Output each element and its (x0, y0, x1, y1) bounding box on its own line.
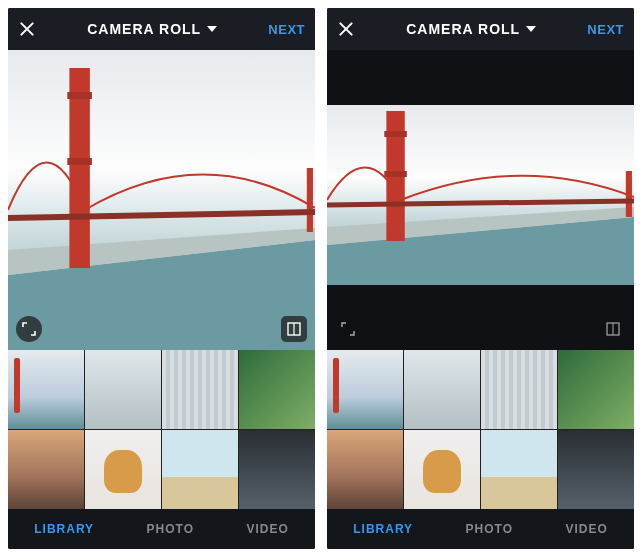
photo-preview[interactable] (327, 50, 634, 350)
chevron-down-icon (207, 26, 217, 32)
thumbnail[interactable] (162, 350, 238, 429)
bottom-tab-bar: LIBRARY PHOTO VIDEO (8, 509, 315, 549)
top-bar: CAMERA ROLL NEXT (327, 8, 634, 50)
svg-rect-13 (384, 171, 407, 177)
thumbnail-gallery (8, 350, 315, 509)
thumbnail[interactable] (239, 350, 315, 429)
tab-video[interactable]: VIDEO (565, 522, 607, 536)
tab-photo[interactable]: PHOTO (147, 522, 194, 536)
thumbnail[interactable] (162, 430, 238, 509)
close-icon[interactable] (337, 20, 355, 38)
bottom-tab-bar: LIBRARY PHOTO VIDEO (327, 509, 634, 549)
tab-library[interactable]: LIBRARY (34, 522, 94, 536)
svg-rect-4 (67, 158, 92, 165)
svg-rect-3 (67, 92, 92, 99)
expand-icon[interactable] (16, 316, 42, 342)
thumbnail[interactable] (558, 430, 634, 509)
svg-rect-12 (384, 131, 407, 137)
header-title: CAMERA ROLL (406, 21, 520, 37)
close-icon[interactable] (18, 20, 36, 38)
camera-roll-dropdown[interactable]: CAMERA ROLL (87, 21, 217, 37)
crop-toggle-icon[interactable] (600, 316, 626, 342)
next-button[interactable]: NEXT (587, 22, 624, 37)
thumbnail[interactable] (481, 430, 557, 509)
svg-rect-5 (307, 168, 313, 232)
camera-roll-dropdown[interactable]: CAMERA ROLL (406, 21, 536, 37)
thumbnail-gallery (327, 350, 634, 509)
chevron-down-icon (526, 26, 536, 32)
thumbnail[interactable] (8, 430, 84, 509)
tab-library[interactable]: LIBRARY (353, 522, 413, 536)
tab-photo[interactable]: PHOTO (466, 522, 513, 536)
thumbnail[interactable] (327, 350, 403, 429)
preview-image (8, 50, 315, 350)
thumbnail[interactable] (8, 350, 84, 429)
thumbnail[interactable] (558, 350, 634, 429)
crop-toggle-icon[interactable] (281, 316, 307, 342)
svg-line-6 (8, 212, 315, 218)
preview-image (327, 105, 634, 285)
phone-screen-wide-crop: CAMERA ROLL NEXT (327, 8, 634, 549)
next-button[interactable]: NEXT (268, 22, 305, 37)
thumbnail[interactable] (239, 430, 315, 509)
tab-video[interactable]: VIDEO (246, 522, 288, 536)
thumbnail[interactable] (404, 430, 480, 509)
svg-rect-14 (626, 171, 632, 217)
thumbnail[interactable] (85, 350, 161, 429)
thumbnail[interactable] (327, 430, 403, 509)
thumbnail[interactable] (481, 350, 557, 429)
expand-icon[interactable] (335, 316, 361, 342)
photo-preview[interactable] (8, 50, 315, 350)
thumbnail[interactable] (85, 430, 161, 509)
thumbnail[interactable] (404, 350, 480, 429)
top-bar: CAMERA ROLL NEXT (8, 8, 315, 50)
phone-screen-square-crop: CAMERA ROLL NEXT (8, 8, 315, 549)
header-title: CAMERA ROLL (87, 21, 201, 37)
svg-line-15 (327, 201, 634, 205)
